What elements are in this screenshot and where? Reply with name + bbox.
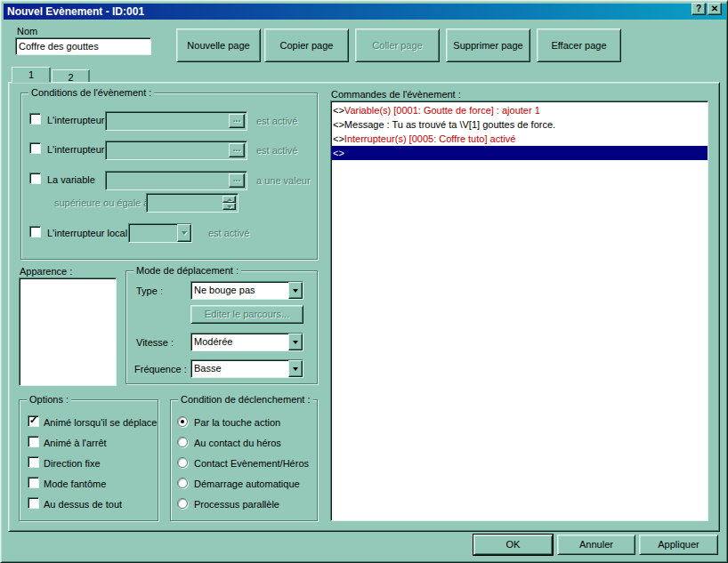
trigger-event-hero-contact-radio[interactable] bbox=[177, 457, 188, 468]
help-button[interactable]: ? bbox=[692, 3, 706, 15]
option-animated-idle-label: Animé à l'arrêt bbox=[44, 438, 107, 448]
name-label: Nom bbox=[17, 26, 37, 36]
tab-page-2[interactable]: 2 bbox=[52, 69, 90, 83]
option-phantom-mode-label: Mode fantôme bbox=[44, 479, 106, 489]
chevron-down-icon[interactable] bbox=[288, 334, 303, 350]
switch2-field: ... bbox=[105, 141, 247, 160]
trigger-action-key-radio[interactable] bbox=[177, 416, 188, 427]
option-above-all-label: Au dessus de tout bbox=[44, 499, 122, 510]
switch1-label: L'interrupteur bbox=[47, 115, 104, 125]
option-fixed-direction-checkbox[interactable] bbox=[28, 456, 39, 468]
conditions-group-title: Conditions de l'évènement : bbox=[28, 87, 154, 98]
greater-equal-label: supérieure ou égale à bbox=[54, 197, 149, 208]
chevron-down-icon[interactable] bbox=[177, 224, 191, 242]
switch2-browse-button[interactable]: ... bbox=[229, 143, 245, 157]
option-animated-idle-checkbox[interactable] bbox=[28, 436, 39, 447]
variable-label: La variable bbox=[47, 174, 95, 185]
event-name-input[interactable] bbox=[15, 37, 151, 55]
switch2-label: L'interrupteur bbox=[47, 144, 104, 155]
option-phantom-mode-checkbox[interactable] bbox=[28, 477, 39, 488]
switch1-checkbox[interactable] bbox=[29, 113, 41, 125]
option-fixed-direction-label: Direction fixe bbox=[44, 458, 101, 469]
appearance-label: Apparence : bbox=[20, 266, 72, 277]
local-switch-checkbox[interactable] bbox=[29, 226, 41, 237]
commands-list[interactable]: <>Variable(s) [0001: Goutte de force] : … bbox=[330, 101, 708, 521]
movement-frequency-label: Fréquence : bbox=[134, 364, 187, 374]
command-line[interactable]: <>Variable(s) [0001: Goutte de force] : … bbox=[331, 103, 708, 117]
variable-browse-button[interactable]: ... bbox=[229, 173, 245, 188]
movement-type-dropdown[interactable]: Ne bouge pas bbox=[190, 281, 303, 300]
movement-group-title: Mode de déplacement : bbox=[133, 265, 241, 276]
local-switch-dropdown bbox=[128, 223, 192, 243]
switch1-browse-button[interactable]: ... bbox=[229, 114, 245, 128]
trigger-auto-start-label: Démarrage automatique bbox=[194, 479, 300, 489]
movement-frequency-dropdown[interactable]: Basse bbox=[190, 359, 303, 378]
value-spinner bbox=[146, 193, 239, 213]
delete-page-button[interactable]: Supprimer page bbox=[446, 28, 530, 62]
trigger-auto-start-radio[interactable] bbox=[177, 478, 188, 488]
movement-type-label: Type : bbox=[136, 286, 163, 296]
spinner-down-icon[interactable] bbox=[222, 203, 236, 210]
appearance-preview[interactable] bbox=[19, 277, 117, 386]
variable-field: ... bbox=[105, 171, 247, 190]
switch1-field: ... bbox=[105, 111, 247, 131]
cancel-button[interactable]: Annuler bbox=[557, 535, 635, 555]
trigger-parallel-process-label: Processus parallèle bbox=[194, 499, 279, 510]
switch1-suffix: est activé bbox=[256, 116, 297, 126]
switch2-checkbox[interactable] bbox=[29, 142, 41, 154]
trigger-parallel-process-radio[interactable] bbox=[177, 498, 188, 509]
title-bar[interactable]: Nouvel Evènement - ID:001 bbox=[4, 4, 726, 20]
tab-page-1[interactable]: 1 bbox=[12, 67, 51, 83]
trigger-hero-touch-radio[interactable] bbox=[177, 437, 188, 447]
option-animated-moving-label: Animé lorsqu'il se déplace bbox=[44, 417, 157, 428]
option-animated-moving-checkbox[interactable] bbox=[28, 415, 39, 427]
apply-button[interactable]: Appliquer bbox=[639, 535, 718, 555]
command-line[interactable]: <>Interrupteur(s) [0005: Coffre tuto] ac… bbox=[331, 132, 708, 146]
trigger-action-key-label: Par la touche action bbox=[194, 417, 280, 428]
trigger-hero-touch-label: Au contact du héros bbox=[194, 438, 281, 448]
local-switch-suffix: est activé bbox=[208, 228, 249, 238]
chevron-down-icon[interactable] bbox=[288, 282, 303, 299]
variable-suffix: a une valeur bbox=[256, 175, 311, 186]
clear-page-button[interactable]: Effacer page bbox=[537, 28, 621, 62]
chevron-down-icon[interactable] bbox=[288, 360, 303, 377]
local-switch-label: L'interrupteur local bbox=[47, 228, 127, 238]
edit-route-button: Editer le parcours... bbox=[190, 305, 303, 324]
command-line[interactable]: <>Message : Tu as trouvé ta \V[1] goutte… bbox=[331, 117, 708, 132]
switch2-suffix: est activé bbox=[256, 145, 297, 156]
paste-page-button: Coller page bbox=[355, 28, 440, 62]
spinner-up-icon[interactable] bbox=[222, 196, 236, 203]
event-editor-dialog: Nouvel Evènement - ID:001 ? ✕ Nom Nouvel… bbox=[0, 0, 728, 563]
options-group-title: Options : bbox=[27, 394, 71, 405]
movement-speed-dropdown[interactable]: Modérée bbox=[190, 333, 303, 351]
option-above-all-checkbox[interactable] bbox=[28, 497, 39, 509]
close-button[interactable]: ✕ bbox=[708, 3, 722, 15]
window-title: Nouvel Evènement - ID:001 bbox=[4, 5, 144, 18]
copy-page-button[interactable]: Copier page bbox=[264, 28, 349, 62]
commands-title: Commandes de l'évènement : bbox=[331, 89, 461, 100]
trigger-group-title: Condition de déclenchement : bbox=[178, 394, 313, 405]
ok-button[interactable]: OK bbox=[473, 535, 553, 555]
trigger-event-hero-contact-label: Contact Evènement/Héros bbox=[194, 458, 309, 469]
new-page-button[interactable]: Nouvelle page bbox=[176, 28, 261, 62]
movement-speed-label: Vitesse : bbox=[136, 337, 174, 348]
variable-checkbox[interactable] bbox=[29, 173, 41, 184]
command-line-selected[interactable]: <> bbox=[331, 146, 708, 160]
